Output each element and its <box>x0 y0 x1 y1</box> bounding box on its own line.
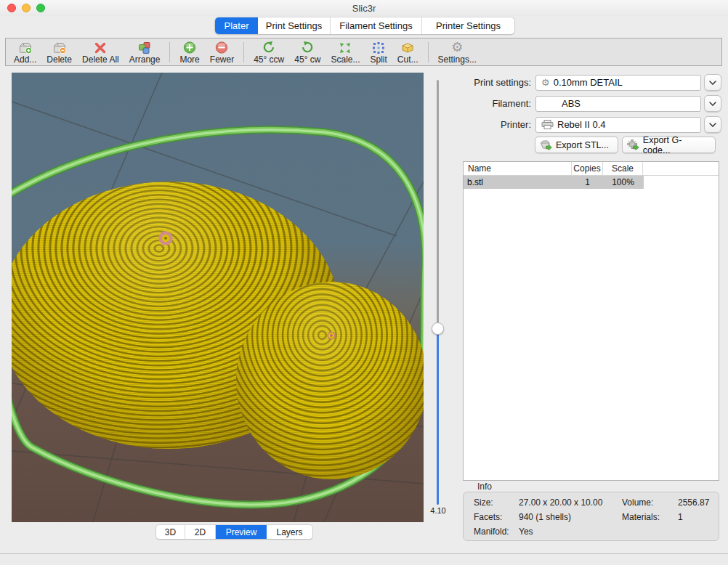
app-window: Slic3r Plater Print Settings Filament Se… <box>0 0 728 565</box>
column-header-name[interactable]: Name <box>464 162 572 175</box>
toolbar-button-arrange[interactable]: Arrange <box>124 38 166 66</box>
rotate-cw-icon <box>300 40 315 54</box>
layer-slider-track-lower[interactable] <box>437 328 439 505</box>
chevron-down-icon <box>709 102 716 106</box>
view-tab-layers[interactable]: Layers <box>267 525 312 539</box>
toolbar-label-add: Add... <box>14 54 36 65</box>
titlebar: Slic3r <box>0 0 728 16</box>
delete-object-icon <box>52 40 67 54</box>
view-tab-bar: 3D 2D Preview Layers <box>156 525 312 539</box>
gear-icon: ⚙ <box>541 78 550 88</box>
tab-printer-settings[interactable]: Printer Settings <box>422 17 514 34</box>
layer-slider-track-upper[interactable] <box>437 80 439 328</box>
toolbar-label-scale: Scale... <box>331 54 360 65</box>
toolbar-button-rotate-cw[interactable]: 45° cw <box>289 38 325 66</box>
toolbar: Add... Delete Delete All <box>5 38 722 66</box>
toolbar-label-split: Split <box>370 54 387 65</box>
export-gcode-icon <box>627 139 639 150</box>
manifold-value: Yes <box>519 527 533 537</box>
info-panel-title: Info <box>477 481 492 492</box>
toolbar-label-rotate-ccw: 45° ccw <box>254 54 284 65</box>
cell-scale: 100% <box>603 177 643 187</box>
settings-gear-icon: ⚙ <box>451 41 463 54</box>
view-tab-3d[interactable]: 3D <box>156 525 185 539</box>
object-list-table[interactable]: Name Copies Scale b.stl 1 100% <box>463 161 719 481</box>
main-tab-bar: Plater Print Settings Filament Settings … <box>215 17 514 34</box>
toolbar-button-scale[interactable]: Scale... <box>325 38 365 66</box>
cell-name: b.stl <box>464 177 572 187</box>
tab-filament-settings[interactable]: Filament Settings <box>331 17 422 34</box>
layer-slider-handle[interactable] <box>432 322 444 335</box>
toolbar-separator <box>169 42 170 62</box>
view-tab-2d[interactable]: 2D <box>185 525 216 539</box>
toolbar-button-delete[interactable]: Delete <box>41 38 77 66</box>
cell-copies: 1 <box>572 177 603 187</box>
toolbar-label-more: More <box>179 54 199 65</box>
export-gcode-button[interactable]: Export G-code... <box>622 137 716 153</box>
printer-label: Printer: <box>445 119 531 130</box>
printer-value: Rebel II 0.4 <box>557 119 606 130</box>
toolbar-label-delete-all: Delete All <box>82 54 119 65</box>
toolbar-separator <box>243 42 244 62</box>
more-copies-icon <box>182 40 197 54</box>
toolbar-button-fewer[interactable]: Fewer <box>205 38 239 66</box>
filament-row: Filament: ABS <box>445 95 723 112</box>
filament-value: ABS <box>562 98 581 109</box>
toolbar-button-split[interactable]: Split <box>365 38 392 66</box>
manifold-label: Manifold: <box>474 527 509 537</box>
table-row[interactable]: b.stl 1 100% <box>464 176 644 189</box>
toolbar-label-settings: Settings... <box>438 54 477 65</box>
toolbar-button-cut[interactable]: Cut... <box>392 38 424 66</box>
filament-dropdown-button[interactable] <box>704 95 721 112</box>
toolbar-button-delete-all[interactable]: Delete All <box>77 38 124 66</box>
toolbar-button-rotate-ccw[interactable]: 45° ccw <box>248 38 289 66</box>
print-settings-label: Print settings: <box>445 77 531 88</box>
column-header-copies[interactable]: Copies <box>572 162 603 175</box>
arrange-icon <box>137 40 152 54</box>
toolbar-label-fewer: Fewer <box>210 54 234 65</box>
volume-label: Volume: <box>622 497 653 508</box>
layer-slider-value: 4.10 <box>423 506 453 515</box>
info-panel: Size: 27.00 x 20.00 x 10.00 Volume: 2556… <box>463 492 719 541</box>
toolbar-button-settings[interactable]: ⚙ Settings... <box>433 38 482 66</box>
toolbar-label-arrange: Arrange <box>129 54 161 65</box>
delete-all-icon <box>93 40 108 54</box>
print-settings-select[interactable]: ⚙ 0.10mm DETAIL <box>535 75 701 91</box>
status-bar <box>0 553 728 565</box>
column-header-scale[interactable]: Scale <box>603 162 643 175</box>
printer-select[interactable]: Rebel II 0.4 <box>535 117 701 133</box>
add-object-icon <box>18 40 33 54</box>
tab-print-settings[interactable]: Print Settings <box>258 17 331 34</box>
export-stl-icon <box>540 139 552 150</box>
facets-label: Facets: <box>474 512 502 522</box>
toolbar-button-more[interactable]: More <box>174 38 204 66</box>
export-buttons: Export STL... Export G-code... <box>535 137 716 153</box>
export-gcode-label: Export G-code... <box>643 135 708 155</box>
printer-icon <box>541 120 554 129</box>
tab-plater[interactable]: Plater <box>215 17 258 34</box>
size-value: 27.00 x 20.00 x 10.00 <box>519 497 602 508</box>
scale-icon <box>338 40 352 54</box>
print-settings-row: Print settings: ⚙ 0.10mm DETAIL <box>445 74 723 91</box>
toolbar-separator <box>428 42 429 62</box>
printer-dropdown-button[interactable] <box>704 116 721 133</box>
toolbar-button-add[interactable]: Add... <box>9 38 41 66</box>
printer-row: Printer: Rebel II 0.4 <box>445 116 723 133</box>
volume-value: 2556.87 <box>678 497 709 508</box>
chevron-down-icon <box>709 123 716 127</box>
view-tab-preview[interactable]: Preview <box>216 525 267 539</box>
filament-select[interactable]: ABS <box>535 96 701 112</box>
plater-3d-viewport[interactable] <box>12 73 424 522</box>
model-small-dome[interactable] <box>236 282 424 479</box>
print-settings-value: 0.10mm DETAIL <box>554 77 623 88</box>
window-title: Slic3r <box>0 3 728 14</box>
object-list-header: Name Copies Scale <box>464 162 719 176</box>
size-label: Size: <box>474 497 493 508</box>
facets-value: 940 (1 shells) <box>519 512 571 522</box>
rotate-ccw-icon <box>262 40 276 54</box>
export-stl-button[interactable]: Export STL... <box>535 137 618 153</box>
materials-value: 1 <box>678 512 683 522</box>
print-settings-dropdown-button[interactable] <box>704 74 721 91</box>
toolbar-label-rotate-cw: 45° cw <box>294 54 320 65</box>
toolbar-label-delete: Delete <box>46 54 72 65</box>
